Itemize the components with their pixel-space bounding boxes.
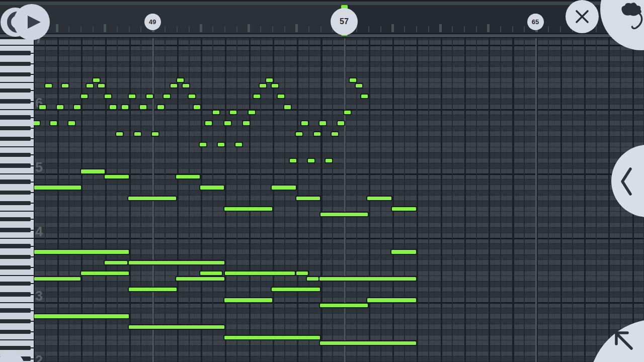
midi-note-B5[interactable] xyxy=(344,111,351,114)
midi-note-C6[interactable] xyxy=(110,105,116,109)
midi-note-B5[interactable] xyxy=(230,111,236,114)
midi-note-E3[interactable] xyxy=(34,277,80,281)
midi-note-E6[interactable] xyxy=(272,84,278,87)
midi-note-B5[interactable] xyxy=(213,111,219,114)
black-key[interactable] xyxy=(0,265,31,269)
midi-note-F6[interactable] xyxy=(177,78,184,82)
midi-note-B5[interactable] xyxy=(249,111,255,114)
midi-note-A5[interactable] xyxy=(50,121,57,125)
midi-note-C6[interactable] xyxy=(284,105,291,109)
midi-note-E6[interactable] xyxy=(356,84,362,87)
midi-note-F6[interactable] xyxy=(266,78,273,82)
midi-note-E6[interactable] xyxy=(171,84,177,87)
black-key[interactable] xyxy=(0,217,31,221)
midi-note-G3[interactable] xyxy=(105,261,127,264)
midi-note-F3[interactable] xyxy=(296,272,308,275)
midi-note-D3[interactable] xyxy=(272,288,320,291)
midi-note-E3[interactable] xyxy=(307,277,318,281)
midi-note-B2[interactable] xyxy=(320,304,368,307)
midi-note-D6[interactable] xyxy=(81,95,88,98)
midi-note-F3[interactable] xyxy=(200,272,222,275)
black-key[interactable] xyxy=(0,244,31,248)
midi-note-F3[interactable] xyxy=(81,272,129,275)
midi-note-G4[interactable] xyxy=(128,197,176,200)
midi-note-A5[interactable] xyxy=(68,121,75,125)
midi-note-D6[interactable] xyxy=(105,95,111,98)
black-key[interactable] xyxy=(0,191,31,195)
midi-note-G3[interactable] xyxy=(129,261,224,264)
midi-note-E6[interactable] xyxy=(260,84,266,87)
midi-note-E6[interactable] xyxy=(62,84,68,87)
timeline-ruler[interactable]: 4965 xyxy=(0,0,644,38)
midi-note-F3[interactable] xyxy=(225,272,295,275)
black-key[interactable] xyxy=(0,201,31,205)
midi-note-A5[interactable] xyxy=(301,121,308,125)
black-key[interactable] xyxy=(0,308,31,312)
black-key[interactable] xyxy=(0,163,31,167)
midi-note-A3[interactable] xyxy=(391,250,416,253)
black-key[interactable] xyxy=(0,115,31,119)
midi-note-D6[interactable] xyxy=(361,95,368,98)
midi-note-E3[interactable] xyxy=(176,277,224,281)
panel-collapse-button[interactable] xyxy=(611,145,644,217)
black-key[interactable] xyxy=(0,62,31,66)
midi-note-G5[interactable] xyxy=(134,132,141,136)
midi-note-D5[interactable] xyxy=(308,159,314,162)
midi-note-D6[interactable] xyxy=(164,95,170,98)
midi-note-E2[interactable] xyxy=(320,341,416,345)
midi-note-A5[interactable] xyxy=(205,121,212,125)
midi-note-D3[interactable] xyxy=(129,288,177,291)
piano-keyboard[interactable] xyxy=(0,38,34,362)
black-key[interactable] xyxy=(0,292,31,296)
midi-note-G5[interactable] xyxy=(152,132,158,136)
fl-logo-button[interactable] xyxy=(600,0,644,50)
midi-note-A3[interactable] xyxy=(34,250,129,253)
midi-note-A2[interactable] xyxy=(34,314,129,318)
midi-note-C6[interactable] xyxy=(39,105,46,109)
midi-note-F6[interactable] xyxy=(93,78,100,82)
midi-note-G5[interactable] xyxy=(296,132,302,136)
midi-note-G4[interactable] xyxy=(296,197,320,200)
black-key[interactable] xyxy=(0,346,31,350)
midi-note-C6[interactable] xyxy=(157,105,164,109)
midi-note-A4[interactable] xyxy=(200,186,224,189)
midi-note-A4[interactable] xyxy=(272,186,296,189)
midi-note-C6[interactable] xyxy=(122,105,128,109)
black-key[interactable] xyxy=(0,51,31,55)
midi-note-E4[interactable] xyxy=(320,213,368,216)
midi-note-D6[interactable] xyxy=(129,95,135,98)
midi-note-G5[interactable] xyxy=(116,132,123,136)
midi-note-C3[interactable] xyxy=(224,298,272,302)
midi-note-A5[interactable] xyxy=(224,121,231,125)
midi-note-B4[interactable] xyxy=(176,175,200,178)
midi-note-E6[interactable] xyxy=(98,84,105,87)
midi-note-F2[interactable] xyxy=(224,336,320,339)
close-button[interactable] xyxy=(566,0,599,33)
black-key[interactable] xyxy=(0,330,31,334)
midi-note-D6[interactable] xyxy=(278,95,284,98)
midi-note-D6[interactable] xyxy=(146,95,153,98)
midi-note-A4[interactable] xyxy=(34,186,81,189)
midi-note-F4[interactable] xyxy=(224,207,272,211)
midi-note-C6[interactable] xyxy=(74,105,80,109)
black-key[interactable] xyxy=(0,228,31,232)
midi-note-D5[interactable] xyxy=(290,159,296,162)
black-key[interactable] xyxy=(0,255,31,259)
black-key[interactable] xyxy=(0,126,31,130)
midi-note-E6[interactable] xyxy=(87,84,93,87)
black-key[interactable] xyxy=(0,99,31,103)
midi-note-A5[interactable] xyxy=(243,121,250,125)
midi-note-F5[interactable] xyxy=(218,143,224,146)
black-key[interactable] xyxy=(0,88,31,93)
midi-note-C3[interactable] xyxy=(367,298,416,302)
midi-note-D6[interactable] xyxy=(189,95,195,98)
midi-note-E6[interactable] xyxy=(45,84,52,87)
midi-note-C5[interactable] xyxy=(81,169,105,173)
midi-note-G5[interactable] xyxy=(332,132,338,136)
midi-note-E6[interactable] xyxy=(183,84,189,87)
black-key[interactable] xyxy=(0,72,31,76)
midi-note-D6[interactable] xyxy=(254,95,260,98)
black-key[interactable] xyxy=(0,137,31,141)
midi-note-C6[interactable] xyxy=(194,105,200,109)
play-button[interactable] xyxy=(14,4,50,40)
